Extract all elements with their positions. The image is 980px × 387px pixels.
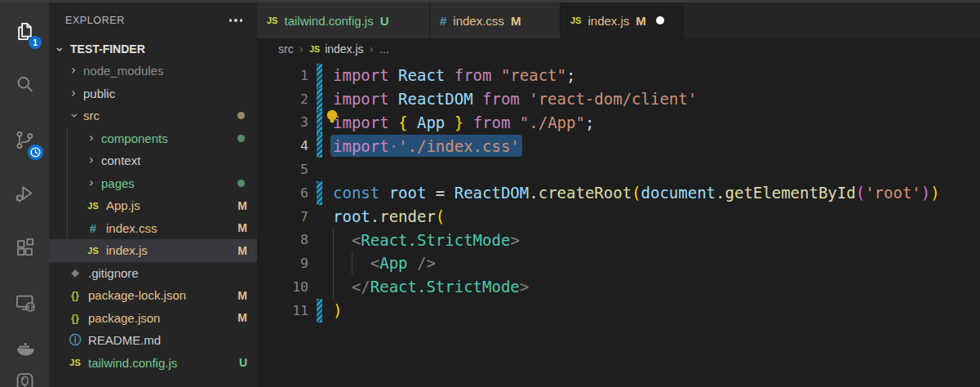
activity-item-source-control[interactable] xyxy=(5,120,44,159)
file-label: package-lock.json xyxy=(88,288,186,302)
file-label: .gitignore xyxy=(88,266,139,280)
activity-item-remote-explorer[interactable] xyxy=(5,282,44,322)
line-number[interactable]: 5 xyxy=(257,162,308,177)
js-file-icon: JS xyxy=(85,246,101,256)
token xyxy=(333,278,352,296)
js-file-icon: JS xyxy=(309,44,320,54)
activity-item-run-debug[interactable] xyxy=(5,173,44,212)
chevron-down-icon[interactable]: › xyxy=(68,109,80,122)
tab-tailwind-config-js[interactable]: JStailwind.config.jsU xyxy=(257,2,430,38)
sidebar-item-context[interactable]: ›context xyxy=(49,149,257,172)
tab-index-js[interactable]: JSindex.jsM xyxy=(561,2,684,38)
code-text[interactable]: ) xyxy=(333,299,980,322)
activity-item-search[interactable] xyxy=(5,64,44,104)
workspace-section-header[interactable]: › TEST-FINDER xyxy=(49,38,257,60)
code-text[interactable]: <App /> xyxy=(333,251,980,275)
file-label: App.js xyxy=(106,198,140,212)
code-text[interactable]: import·'./index.css' xyxy=(333,134,980,158)
sidebar-item-components[interactable]: ›components xyxy=(49,127,257,150)
token: > xyxy=(520,278,529,296)
git-file-icon: ◆ xyxy=(67,267,83,278)
tab-label: index.css xyxy=(453,14,504,28)
code-text[interactable]: import { App } from "./App"; xyxy=(333,111,980,135)
token: root xyxy=(379,184,426,202)
code-text[interactable]: <React.StrictMode> xyxy=(333,229,980,252)
sidebar-item-tailwind-config-js[interactable]: JStailwind.config.jsU xyxy=(49,352,257,375)
breadcrumb-item[interactable]: src xyxy=(278,42,294,56)
token: document xyxy=(641,184,716,202)
chevron-down-icon: › xyxy=(53,42,65,56)
chevron-right-icon[interactable]: › xyxy=(85,154,98,167)
modified-gutter-indicator xyxy=(317,251,322,275)
code-line-10: 10 </React.StrictMode> xyxy=(257,275,980,299)
code-text[interactable]: root.render( xyxy=(333,205,980,229)
token: < xyxy=(352,231,361,249)
sidebar-item-package-json[interactable]: {}package.jsonM xyxy=(49,307,257,330)
code-editor[interactable]: 1import React from "react";2import React… xyxy=(257,60,980,387)
activity-item-postgres[interactable] xyxy=(5,362,44,387)
token: React xyxy=(389,66,446,84)
debug-play-icon xyxy=(14,182,36,204)
tab-index-css[interactable]: #index.cssM xyxy=(430,2,561,38)
sidebar-item-readme-md[interactable]: ⓘREADME.md xyxy=(49,329,257,352)
file-label: src xyxy=(83,109,100,122)
js-file-icon: JS xyxy=(67,358,83,367)
git-status-dot xyxy=(237,135,245,142)
selection-highlight: import·'./index.css' xyxy=(330,135,522,157)
modified-gutter-indicator xyxy=(317,134,322,158)
tree-indent-guide xyxy=(67,127,68,150)
line-number[interactable]: 10 xyxy=(257,279,308,295)
line-number[interactable]: 6 xyxy=(257,185,308,201)
chevron-right-icon[interactable]: › xyxy=(67,87,80,100)
code-text[interactable]: const root = ReactDOM.createRoot(documen… xyxy=(333,181,980,205)
sidebar-item-app-js[interactable]: JSApp.jsM xyxy=(49,194,257,217)
token: createRoot xyxy=(539,184,632,202)
clock-badge-icon xyxy=(28,145,43,160)
activity-item-explorer[interactable]: 1 xyxy=(5,11,44,51)
sidebar-item-pages[interactable]: ›pages xyxy=(49,172,257,195)
git-status-badge: M xyxy=(636,14,646,28)
search-icon xyxy=(14,73,36,96)
token: ( xyxy=(632,184,641,202)
indent-guide xyxy=(333,251,334,275)
sidebar-item-public[interactable]: ›public xyxy=(49,82,257,105)
code-text[interactable]: import React from "react"; xyxy=(333,64,980,87)
sidebar-item-index-css[interactable]: #index.cssM xyxy=(49,217,257,240)
breadcrumb-item[interactable]: JSindex.js xyxy=(309,42,363,56)
sidebar-item-node-modules[interactable]: ›node_modules xyxy=(49,60,257,82)
tab-bar: JStailwind.config.jsU#index.cssMJSindex.… xyxy=(257,2,980,38)
line-number[interactable]: 8 xyxy=(257,232,308,247)
chevron-right-icon[interactable]: › xyxy=(85,132,98,145)
line-number[interactable]: 1 xyxy=(257,68,308,83)
line-number[interactable]: 3 xyxy=(257,114,308,130)
sidebar-item--gitignore[interactable]: ◆.gitignore xyxy=(49,262,257,285)
line-number[interactable]: 11 xyxy=(257,303,308,318)
token: . xyxy=(370,207,379,225)
token: from xyxy=(445,66,491,84)
unsaved-dot-icon[interactable] xyxy=(656,16,664,24)
token: ; xyxy=(585,113,594,131)
breadcrumb-item[interactable]: ... xyxy=(379,42,389,56)
token: 'react-dom/client' xyxy=(520,90,697,108)
sidebar-item-index-js[interactable]: JSindex.jsM xyxy=(49,239,257,262)
modified-gutter-indicator xyxy=(317,87,322,111)
activity-bar: 1 xyxy=(0,2,49,387)
git-status-dot xyxy=(237,180,245,187)
chevron-right-icon[interactable]: › xyxy=(67,64,80,77)
line-number[interactable]: 4 xyxy=(257,138,308,153)
more-actions-icon[interactable] xyxy=(226,16,246,25)
git-status-badge: U xyxy=(239,356,247,369)
code-text[interactable]: </React.StrictMode> xyxy=(333,275,980,299)
git-status-badge: U xyxy=(380,14,389,28)
git-status-badge: M xyxy=(237,311,247,324)
sidebar-item-src[interactable]: ›src xyxy=(49,105,257,127)
chevron-right-icon[interactable]: › xyxy=(85,177,98,189)
line-number[interactable]: 2 xyxy=(257,91,308,107)
sidebar-item-package-lock-json[interactable]: {}package-lock.jsonM xyxy=(49,284,257,307)
lightbulb-icon[interactable] xyxy=(326,108,339,131)
line-number[interactable]: 9 xyxy=(257,256,308,271)
code-text[interactable]: import ReactDOM from 'react-dom/client' xyxy=(333,87,980,111)
token: import xyxy=(333,136,389,154)
line-number[interactable]: 7 xyxy=(257,209,308,225)
activity-item-extensions[interactable] xyxy=(5,228,44,267)
